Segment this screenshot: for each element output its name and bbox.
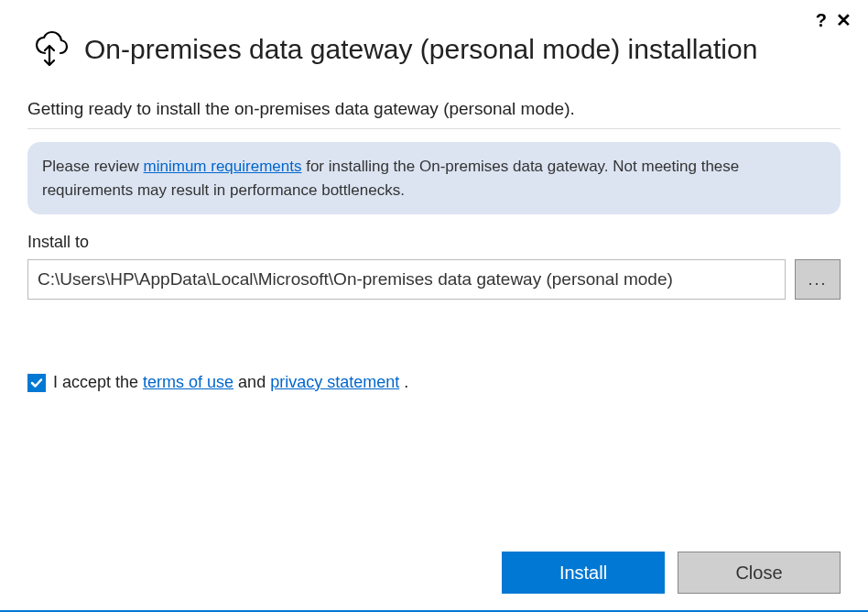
close-icon[interactable]: ✕ xyxy=(836,9,852,31)
cloud-gateway-icon xyxy=(27,26,71,73)
terms-middle: and xyxy=(233,373,270,391)
footer: Install Close xyxy=(0,535,868,612)
privacy-statement-link[interactable]: privacy statement xyxy=(270,373,399,391)
help-icon[interactable]: ? xyxy=(816,10,827,31)
divider xyxy=(27,128,841,129)
header: On-premises data gateway (personal mode)… xyxy=(0,0,868,82)
browse-button[interactable]: ... xyxy=(795,259,841,300)
install-label: Install to xyxy=(27,233,841,252)
install-button[interactable]: Install xyxy=(502,552,665,594)
info-prefix: Please review xyxy=(42,158,144,175)
install-section: Install to ... xyxy=(0,214,868,300)
info-box: Please review minimum requirements for i… xyxy=(27,142,841,214)
accept-terms-checkbox[interactable] xyxy=(27,374,46,392)
terms-section: I accept the terms of use and privacy st… xyxy=(0,300,868,392)
terms-of-use-link[interactable]: terms of use xyxy=(143,373,233,391)
min-requirements-link[interactable]: minimum requirements xyxy=(144,158,302,175)
subtitle: Getting ready to install the on-premises… xyxy=(0,82,868,128)
terms-text: I accept the terms of use and privacy st… xyxy=(53,373,408,392)
terms-suffix: . xyxy=(399,373,408,391)
close-button[interactable]: Close xyxy=(678,552,841,594)
page-title: On-premises data gateway (personal mode)… xyxy=(84,34,757,65)
install-path-input[interactable] xyxy=(27,259,786,300)
terms-prefix: I accept the xyxy=(53,373,143,391)
